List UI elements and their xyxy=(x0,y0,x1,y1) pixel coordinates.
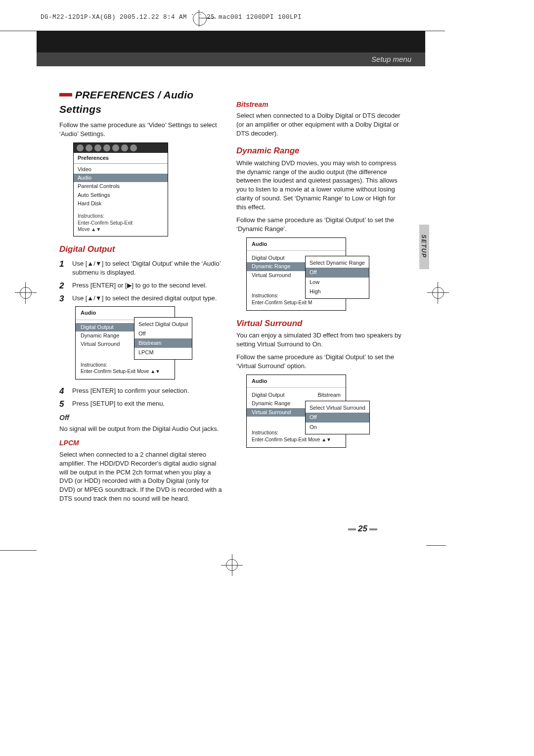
popout-item-selected: Bitstream xyxy=(134,338,192,348)
registration-mark-left xyxy=(15,282,37,304)
trim-line xyxy=(0,550,37,551)
step: 3Use [▲/▼] to select the desired digital… xyxy=(59,294,225,303)
setup-tab: SETUP xyxy=(419,225,429,269)
digital-output-heading: Digital Output xyxy=(59,243,225,255)
menu-instructions: Instructions: Enter-Confirm Setup-Exit M… xyxy=(76,359,175,379)
popout-title: Select Virtual Surround xyxy=(310,403,365,413)
right-column: Bitstream Select when connected to a Dol… xyxy=(236,95,402,455)
step-text: Use [▲/▼] to select ‘Digital Output’ whi… xyxy=(72,260,221,276)
menu-icon xyxy=(130,144,137,151)
step: 4Press [ENTER] to confirm your selection… xyxy=(59,386,225,395)
breadcrumb: Setup menu xyxy=(37,52,425,66)
instr-label: Instructions: xyxy=(81,362,170,369)
registration-v xyxy=(232,554,232,576)
trim-line xyxy=(425,31,445,31)
section-title-text: PREFERENCES / Audio Settings xyxy=(59,89,193,115)
popout-title: Select Digital Output xyxy=(138,320,188,329)
virtual-surround-text1: You can enjoy a simulated 3D effect from… xyxy=(236,331,402,349)
dynamic-range-text2: Follow the same procedure as ‘Digital Ou… xyxy=(236,216,402,234)
popout-menu: Select Dynamic Range Off Low High xyxy=(305,256,369,299)
registration-mark-right xyxy=(427,282,449,304)
page-number: 25 xyxy=(346,524,379,534)
menu-item: Auto Settings xyxy=(78,191,164,199)
instr-line: Enter-Confirm Setup-Exit xyxy=(78,220,164,227)
popout-item: High xyxy=(310,287,365,296)
step-text: Press [SETUP] to exit the menu. xyxy=(72,400,165,407)
registration-mark-top xyxy=(193,12,206,25)
intro-text: Follow the same procedure as ‘Video’ Set… xyxy=(59,121,225,139)
popout-item-selected: Off xyxy=(306,268,369,277)
left-column: PREFERENCES / Audio Settings Follow the … xyxy=(59,88,225,507)
menu-icon xyxy=(94,144,101,151)
instr-line: Enter-Confirm Setup-Exit Move ▲▼ xyxy=(81,368,170,375)
menu-body: Video Audio Parental Controls Auto Setti… xyxy=(74,164,168,211)
popout-menu: Select Virtual Surround Off On xyxy=(305,401,370,434)
steps-list-1: 1Use [▲/▼] to select ‘Digital Output’ wh… xyxy=(59,259,225,303)
menu-icon xyxy=(103,144,110,151)
menu-item: Hard Disk xyxy=(78,199,164,208)
instr-move: Move ▲▼ xyxy=(78,226,164,233)
step: 2Press [ENTER] or [▶] to go to the secon… xyxy=(59,281,225,290)
menu-icon xyxy=(112,144,119,151)
menu-instructions: Instructions: Enter-Confirm Setup-Exit M… xyxy=(74,211,168,236)
print-meta-header: DG-M22-12D1P-XA(GB) 2005.12.22 8:4 AM ˘ … xyxy=(41,14,302,21)
steps-list-2: 4Press [ENTER] to confirm your selection… xyxy=(59,386,225,408)
dynamic-range-heading: Dynamic Range xyxy=(236,145,402,156)
off-heading: Off xyxy=(59,413,225,423)
step-text: Press [ENTER] to confirm your selection. xyxy=(72,387,189,394)
menu-icon xyxy=(86,144,92,151)
menu-row: Digital OutputBitstream xyxy=(252,391,341,399)
step-text: Press [ENTER] or [▶] to go to the second… xyxy=(72,282,207,289)
registration-mark-top-line xyxy=(199,18,216,18)
trim-line xyxy=(426,545,446,546)
instr-line: Enter-Confirm Setup-Exit M xyxy=(252,299,341,306)
bitstream-text: Select when connected to a Dolby Digital… xyxy=(236,111,402,138)
popout-item: On xyxy=(310,423,365,432)
popout-item: Off xyxy=(138,329,188,338)
step: 5Press [SETUP] to exit the menu. xyxy=(59,399,225,408)
menu-title: Audio xyxy=(247,375,346,388)
menu-iconbar xyxy=(74,143,168,153)
popout-item: LPCM xyxy=(138,348,188,357)
virtual-surround-heading: Virtual Surround xyxy=(236,318,402,329)
step-text: Use [▲/▼] to select the desired digital … xyxy=(72,294,217,302)
popout-menu: Select Digital Output Off Bitstream LPCM xyxy=(134,317,192,360)
menu-item-selected: Audio xyxy=(74,174,168,182)
lpcm-text: Select when connected to a 2 channel dig… xyxy=(59,450,225,504)
red-bar-icon xyxy=(59,93,72,96)
setup-tab-label: SETUP xyxy=(420,235,427,258)
dynamic-range-text1: While watching DVD movies, you may wish … xyxy=(236,159,402,212)
step: 1Use [▲/▼] to select ‘Digital Output’ wh… xyxy=(59,259,225,277)
bitstream-heading: Bitstream xyxy=(236,100,402,109)
menu-item: Video xyxy=(78,165,164,174)
audio-menu-virtual-surround: Audio Digital OutputBitstream Dynamic Ra… xyxy=(246,375,346,448)
instr-label: Instructions: xyxy=(78,213,164,220)
instr-line: Enter-Confirm Setup-Exit Move ▲▼ xyxy=(252,436,341,443)
section-title: PREFERENCES / Audio Settings xyxy=(59,88,225,117)
audio-menu-dynamic-range: Audio Digital OutputBitstream Dynamic Ra… xyxy=(246,237,346,311)
menu-icon xyxy=(121,144,128,151)
popout-item-selected: Off xyxy=(306,413,369,422)
audio-menu-digital-output: Audio Digital OutputBi Dynamic Range Vir… xyxy=(75,306,175,379)
popout-item: Low xyxy=(310,278,365,287)
off-text: No signal will be output from the Digita… xyxy=(59,425,225,433)
virtual-surround-text2: Follow the same procedure as ‘Digital Ou… xyxy=(236,353,402,371)
popout-title: Select Dynamic Range xyxy=(310,258,365,268)
menu-title: Preferences xyxy=(74,153,168,164)
menu-item: Parental Controls xyxy=(78,182,164,190)
trim-line xyxy=(0,31,37,31)
lpcm-heading: LPCM xyxy=(59,438,225,448)
preferences-menu: Preferences Video Audio Parental Control… xyxy=(73,142,168,236)
menu-title: Audio xyxy=(247,238,346,251)
menu-icon xyxy=(77,144,84,151)
